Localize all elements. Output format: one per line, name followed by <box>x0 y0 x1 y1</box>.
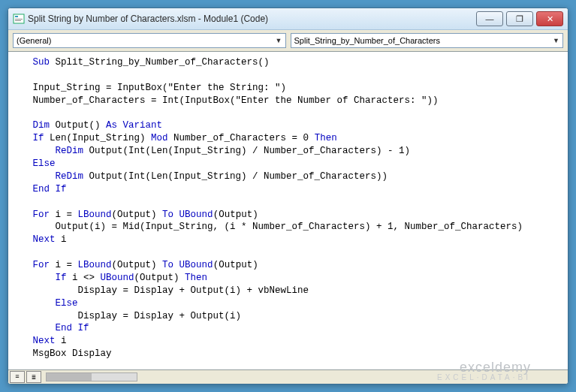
svg-rect-2 <box>15 19 23 20</box>
object-procedure-bar: (General) ▼ Split_String_by_Number_of_Ch… <box>8 30 568 52</box>
code-pane-footer: ≡ ≣ <box>8 369 568 384</box>
maximize-button[interactable]: ❐ <box>506 11 533 26</box>
scrollbar-thumb[interactable] <box>47 373 92 381</box>
full-module-view-button[interactable]: ≣ <box>26 371 41 383</box>
code-text[interactable]: Sub Split_String_by_Number_of_Characters… <box>8 52 568 369</box>
minimize-button[interactable]: — <box>476 11 503 26</box>
window-control-buttons: — ❐ ✕ <box>476 11 563 26</box>
procedure-dropdown[interactable]: Split_String_by_Number_of_Characters ▼ <box>291 33 564 48</box>
svg-rect-1 <box>15 16 18 17</box>
chevron-down-icon: ▼ <box>553 37 559 44</box>
horizontal-scrollbar[interactable] <box>46 372 137 381</box>
vba-module-icon <box>13 13 25 25</box>
svg-rect-3 <box>15 20 21 21</box>
vba-code-window: Split String by Number of Characters.xls… <box>8 8 568 384</box>
titlebar[interactable]: Split String by Number of Characters.xls… <box>8 8 568 30</box>
object-dropdown-value: (General) <box>17 36 51 45</box>
procedure-view-button[interactable]: ≡ <box>10 371 25 383</box>
close-button[interactable]: ✕ <box>536 11 563 26</box>
procedure-dropdown-value: Split_String_by_Number_of_Characters <box>294 36 440 45</box>
code-pane[interactable]: Sub Split_String_by_Number_of_Characters… <box>8 52 568 369</box>
window-title: Split String by Number of Characters.xls… <box>25 14 476 24</box>
chevron-down-icon: ▼ <box>276 37 282 44</box>
object-dropdown[interactable]: (General) ▼ <box>13 33 286 48</box>
